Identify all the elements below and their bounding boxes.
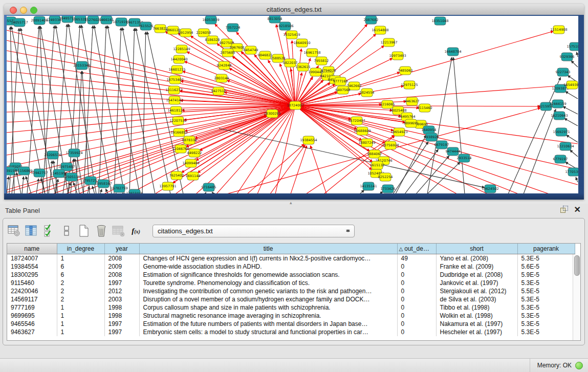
table-cell[interactable]: 19384554 bbox=[7, 262, 57, 271]
graph-node[interactable]: 15474143 bbox=[166, 96, 183, 104]
column-header-short[interactable]: short bbox=[436, 244, 517, 254]
graph-node[interactable]: 8454749 bbox=[244, 46, 258, 54]
graph-node[interactable]: 1216065 bbox=[380, 100, 395, 108]
table-cell[interactable]: 9777169 bbox=[7, 303, 57, 312]
column-header-outde[interactable]: △out_de… bbox=[397, 244, 436, 254]
panel-divider-grip[interactable]: ▴ bbox=[290, 200, 292, 205]
table-cell[interactable]: 9463627 bbox=[7, 328, 57, 336]
table-cell[interactable]: Changes of HCN gene expression and I(f) … bbox=[139, 254, 397, 263]
table-row[interactable]: 1938455462009Genome-wide association stu… bbox=[7, 262, 575, 271]
table-cell[interactable]: 0 bbox=[397, 279, 436, 287]
graph-node[interactable]: 1733426 bbox=[381, 185, 396, 193]
table-cell[interactable]: 0 bbox=[397, 262, 436, 271]
table-cell[interactable]: 0 bbox=[397, 271, 436, 279]
graph-node[interactable]: 14618127 bbox=[167, 106, 184, 115]
graph-node[interactable]: 2875685 bbox=[221, 49, 235, 57]
graph-node[interactable]: 20891406 bbox=[31, 16, 48, 25]
graph-node[interactable]: 14135141 bbox=[360, 182, 377, 190]
table-row[interactable]: 969969511998Structural magnetic resonanc… bbox=[7, 312, 575, 320]
table-row[interactable]: 946554611997Estimation of the future num… bbox=[7, 320, 575, 328]
graph-node[interactable]: 1615132 bbox=[370, 161, 385, 169]
table-cell[interactable]: 0 bbox=[397, 328, 436, 336]
graph-node[interactable]: 5824554 bbox=[360, 89, 375, 97]
graph-node[interactable]: 13957791 bbox=[159, 182, 176, 190]
table-cell[interactable]: 5.3E-5 bbox=[517, 328, 575, 336]
graph-node[interactable]: 12207532 bbox=[169, 117, 186, 125]
table-cell[interactable]: Nakamura et al. (1997) bbox=[436, 320, 517, 328]
table-cell[interactable]: 1997 bbox=[104, 279, 139, 287]
table-cell[interactable]: 0 bbox=[397, 295, 436, 303]
graph-node[interactable]: 12923446 bbox=[126, 189, 143, 193]
graph-node[interactable]: 19654923 bbox=[390, 128, 407, 136]
table-cell[interactable]: 49 bbox=[397, 254, 436, 263]
table-cell[interactable]: Disruption of a novel member of a sodium… bbox=[139, 295, 397, 303]
close-panel-icon[interactable]: ✕ bbox=[574, 206, 581, 213]
graph-node[interactable]: 15751074 bbox=[567, 42, 578, 51]
table-row[interactable]: 1872400712008Changes of HCN gene express… bbox=[7, 254, 575, 263]
table-cell[interactable]: 14569117 bbox=[7, 295, 57, 303]
table-cell[interactable]: 1 bbox=[57, 312, 104, 320]
graph-node[interactable]: 9242848 bbox=[217, 61, 232, 70]
graph-node[interactable]: 8186328 bbox=[205, 36, 220, 44]
table-cell[interactable]: Jankovic et al. (1997) bbox=[436, 279, 517, 287]
graph-node[interactable]: 14420040 bbox=[170, 55, 187, 63]
graph-node[interactable]: 1691144 bbox=[186, 172, 201, 180]
graph-node[interactable]: 2933514 bbox=[457, 154, 472, 162]
graph-node[interactable]: 19624502 bbox=[482, 185, 498, 193]
graph-node[interactable]: 9777169 bbox=[333, 77, 348, 85]
table-row[interactable]: 1456911722003Disruption of a novel membe… bbox=[7, 295, 575, 303]
graph-node[interactable]: 11514908 bbox=[550, 26, 567, 34]
table-cell[interactable]: 22420046 bbox=[7, 287, 57, 295]
table-row[interactable]: 2242004622012Investigating the contribut… bbox=[7, 287, 575, 295]
graph-node[interactable]: 12213967 bbox=[380, 38, 397, 47]
table-vertical-scrollbar[interactable] bbox=[573, 254, 580, 340]
table-cell[interactable]: 2 bbox=[57, 279, 104, 287]
graph-node[interactable]: 9466161 bbox=[99, 16, 114, 24]
graph-node[interactable]: 2803144 bbox=[214, 74, 229, 82]
graph-node[interactable]: 8878334 bbox=[182, 136, 197, 144]
graph-node[interactable]: 12210634 bbox=[557, 142, 574, 150]
table-cell[interactable]: 2003 bbox=[104, 295, 139, 303]
new-table-icon[interactable] bbox=[77, 224, 91, 238]
function-builder-icon[interactable]: f(x) bbox=[129, 224, 143, 238]
column-header-name[interactable]: name bbox=[7, 244, 57, 254]
table-cell[interactable]: 2008 bbox=[104, 254, 139, 263]
graph-node[interactable]: 19218506 bbox=[276, 22, 293, 30]
graph-node[interactable]: 8912954 bbox=[179, 29, 193, 37]
table-cell[interactable]: 2 bbox=[57, 295, 104, 303]
graph-node[interactable]: 16648784 bbox=[444, 48, 461, 56]
network-canvas[interactable]: 1872400793557241405571720891406124933431… bbox=[7, 16, 578, 193]
table-cell[interactable]: Investigating the contribution of common… bbox=[139, 287, 397, 295]
graph-node[interactable]: 9427512 bbox=[211, 87, 226, 95]
table-cell[interactable]: Tourette syndrome. Phenomenology and cla… bbox=[139, 279, 397, 287]
table-cell[interactable]: 6 bbox=[57, 271, 104, 279]
select-columns-icon[interactable] bbox=[42, 224, 56, 238]
show-columns-icon[interactable] bbox=[25, 224, 38, 238]
table-cell[interactable]: 2012 bbox=[104, 287, 139, 295]
table-row[interactable]: 946362711997Embryonic stem cells: a mode… bbox=[7, 328, 575, 336]
table-cell[interactable]: 5.3E-5 bbox=[517, 279, 575, 287]
table-cell[interactable]: 6 bbox=[57, 262, 104, 271]
graph-node[interactable]: 8938928 bbox=[424, 133, 439, 141]
table-cell[interactable]: 0 bbox=[397, 287, 436, 295]
float-panel-icon[interactable] bbox=[560, 206, 568, 213]
column-header-indegree[interactable]: in_degree bbox=[57, 244, 104, 254]
graph-node[interactable]: 9899695 bbox=[404, 119, 419, 127]
graph-node[interactable]: 19166852 bbox=[170, 128, 187, 137]
table-cell[interactable]: Embryonic stem cells: a model to study s… bbox=[139, 328, 397, 336]
table-cell[interactable]: 2008 bbox=[104, 271, 139, 279]
table-cell[interactable]: de Silva et al. (2003) bbox=[436, 295, 517, 303]
table-cell[interactable]: Corpus callosum shape and size in male p… bbox=[139, 303, 397, 312]
table-cell[interactable]: 2 bbox=[57, 287, 104, 295]
graph-node[interactable]: 7625402 bbox=[169, 171, 184, 180]
table-source-dropdown[interactable]: citations_edges.txt bbox=[153, 225, 355, 237]
graph-node[interactable]: 8813054 bbox=[268, 16, 282, 23]
table-cell[interactable]: 5.6E-5 bbox=[517, 262, 575, 271]
table-cell[interactable]: 0 bbox=[397, 312, 436, 320]
table-settings-icon[interactable] bbox=[7, 224, 21, 238]
graph-node[interactable]: 6779197 bbox=[553, 155, 568, 163]
graph-node[interactable]: 17705391 bbox=[565, 168, 578, 176]
graph-node[interactable]: 16961758 bbox=[303, 49, 320, 57]
graph-node[interactable]: 7615526 bbox=[139, 22, 154, 30]
table-cell[interactable]: 5.3E-5 bbox=[517, 312, 575, 320]
